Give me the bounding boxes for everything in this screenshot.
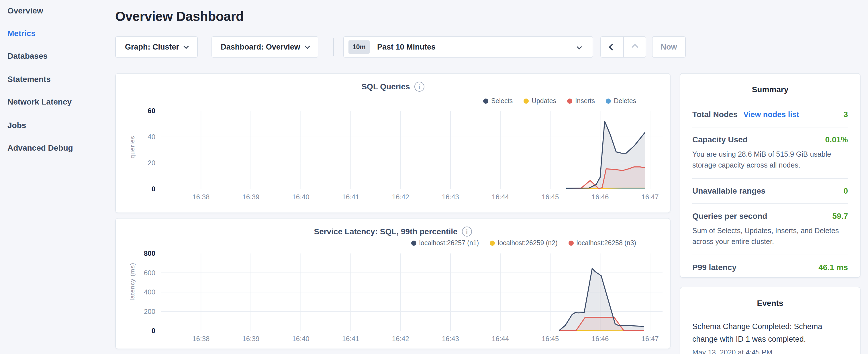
summary-row-unavailable-ranges: Unavailable ranges0	[692, 178, 848, 203]
time-range-picker[interactable]: 10m Past 10 Minutes	[343, 36, 593, 58]
summary-row-label: Total Nodes	[692, 110, 738, 119]
legend-dot-icon	[567, 99, 572, 104]
legend-label: localhost:26257 (n1)	[419, 239, 479, 247]
chevron-left-icon	[609, 43, 616, 51]
x-tick-label: 16:45	[533, 335, 567, 343]
summary-row-value: 0.01%	[825, 135, 848, 144]
legend-item-localhost-26257-n1-[interactable]: localhost:26257 (n1)	[411, 239, 479, 247]
summary-row-capacity-used: Capacity Used0.01%You are using 28.6 MiB…	[692, 127, 848, 178]
x-tick-label: 16:42	[383, 335, 418, 343]
chevron-down-icon	[183, 43, 189, 49]
summary-row-label: Unavailable ranges	[692, 187, 766, 196]
x-tick-label: 16:44	[483, 335, 518, 343]
next-time-button[interactable]	[623, 37, 646, 57]
sidebar-item-network-latency[interactable]: Network Latency	[7, 97, 72, 107]
summary-row-label: P99 latency	[692, 263, 737, 272]
summary-title: Summary	[680, 85, 860, 94]
page-title: Overview Dashboard	[115, 9, 244, 24]
legend-item-updates[interactable]: Updates	[524, 97, 556, 105]
event-timestamp: May 13, 2020 at 4:45 PM	[692, 348, 848, 354]
time-range-label: Past 10 Minutes	[377, 43, 436, 52]
chart-plot-area[interactable]	[161, 111, 662, 189]
sidebar-item-overview[interactable]: Overview	[7, 6, 43, 16]
time-step-button-group	[600, 36, 646, 58]
dashboard-dropdown[interactable]: Dashboard: Overview	[212, 36, 318, 58]
chevron-right-icon	[631, 43, 638, 51]
sidebar-item-statements[interactable]: Statements	[7, 74, 51, 85]
sql-queries-chart-card: SQL Queries i SelectsUpdatesInsertsDelet…	[115, 73, 671, 213]
x-tick-label: 16:38	[184, 335, 218, 343]
chart-legend: SelectsUpdatesInsertsDeletes	[483, 97, 636, 105]
legend-item-localhost-26258-n3-[interactable]: localhost:26258 (n3)	[568, 239, 636, 247]
legend-label: localhost:26259 (n2)	[498, 239, 557, 247]
legend-label: Inserts	[575, 97, 595, 105]
x-tick-label: 16:41	[334, 335, 368, 343]
x-tick-label: 16:39	[234, 335, 268, 343]
legend-item-inserts[interactable]: Inserts	[567, 97, 595, 105]
y-tick-label: 40	[132, 133, 155, 141]
info-icon[interactable]: i	[414, 82, 425, 92]
x-tick-label: 16:43	[433, 335, 468, 343]
sidebar-item-metrics[interactable]: Metrics	[7, 28, 35, 39]
info-icon[interactable]: i	[462, 227, 472, 236]
y-tick-label: 0	[132, 327, 155, 335]
x-tick-label: 16:38	[184, 193, 218, 201]
summary-row-label: Queries per second	[692, 212, 767, 221]
chart-legend: localhost:26257 (n1)localhost:26259 (n2)…	[411, 239, 636, 247]
legend-dot-icon	[411, 240, 416, 246]
legend-item-localhost-26259-n2-[interactable]: localhost:26259 (n2)	[490, 239, 557, 247]
legend-item-selects[interactable]: Selects	[483, 97, 513, 105]
summary-row-total-nodes: Total NodesView nodes list3	[692, 102, 848, 127]
summary-row-description: Sum of Selects, Updates, Inserts, and De…	[692, 225, 848, 247]
summary-row-value: 46.1 ms	[818, 263, 848, 272]
y-tick-label: 0	[132, 185, 155, 193]
sidebar-nav: OverviewMetricsDatabasesStatementsNetwor…	[0, 0, 115, 354]
service-latency-chart-card: Service Latency: SQL, 99th percentile i …	[115, 218, 671, 349]
legend-label: Selects	[491, 97, 513, 105]
sidebar-item-advanced-debug[interactable]: Advanced Debug	[7, 143, 73, 153]
summary-row-value: 59.7	[833, 212, 848, 221]
x-tick-label: 16:47	[633, 335, 667, 343]
events-title: Events	[680, 299, 860, 308]
previous-time-button[interactable]	[601, 37, 623, 57]
x-tick-label: 16:46	[583, 193, 617, 201]
now-button-label: Now	[661, 43, 677, 52]
now-button[interactable]: Now	[652, 36, 686, 58]
x-tick-label: 16:40	[284, 193, 318, 201]
series-area-selects	[566, 121, 645, 189]
graph-scope-dropdown[interactable]: Graph: Cluster	[115, 36, 198, 58]
y-tick-label: 60	[132, 107, 155, 115]
x-tick-label: 16:44	[483, 193, 518, 201]
time-range-badge: 10m	[348, 40, 370, 54]
summary-row-value: 0	[843, 187, 848, 196]
chart-title: Service Latency: SQL, 99th percentile	[314, 227, 457, 236]
y-axis-title: queries	[129, 141, 136, 158]
summary-row-p99-latency: P99 latency46.1 ms	[692, 255, 848, 280]
sidebar-item-databases[interactable]: Databases	[7, 51, 48, 61]
x-tick-label: 16:40	[284, 335, 318, 343]
legend-item-deletes[interactable]: Deletes	[606, 97, 636, 105]
x-tick-label: 16:46	[583, 335, 617, 343]
graph-scope-dropdown-label: Graph: Cluster	[125, 43, 179, 52]
summary-row-description: You are using 28.6 MiB of 515.9 GiB usab…	[692, 149, 848, 170]
legend-dot-icon	[606, 99, 611, 104]
chart-title: SQL Queries	[361, 82, 410, 91]
x-tick-label: 16:47	[633, 193, 667, 201]
x-tick-label: 16:42	[383, 193, 418, 201]
y-axis-title: latency (ms)	[129, 283, 136, 300]
events-panel: Events Schema Change Completed: Schema c…	[680, 287, 861, 354]
summary-body: Total NodesView nodes list3Capacity Used…	[680, 94, 860, 280]
legend-label: Deletes	[614, 97, 636, 105]
summary-panel: Summary Total NodesView nodes list3Capac…	[680, 73, 861, 278]
event-message[interactable]: Schema Change Completed: Schema change w…	[692, 321, 848, 345]
legend-label: localhost:26258 (n3)	[577, 239, 636, 247]
legend-dot-icon	[490, 240, 495, 246]
view-nodes-list-link[interactable]: View nodes list	[743, 110, 799, 119]
legend-label: Updates	[532, 97, 556, 105]
summary-row-queries-per-second: Queries per second59.7Sum of Selects, Up…	[692, 203, 848, 255]
chart-plot-area[interactable]	[161, 254, 662, 331]
x-tick-label: 16:45	[533, 193, 567, 201]
sidebar-item-jobs[interactable]: Jobs	[7, 120, 26, 131]
dashboard-dropdown-label: Dashboard: Overview	[221, 43, 300, 52]
y-tick-label: 800	[132, 250, 155, 257]
